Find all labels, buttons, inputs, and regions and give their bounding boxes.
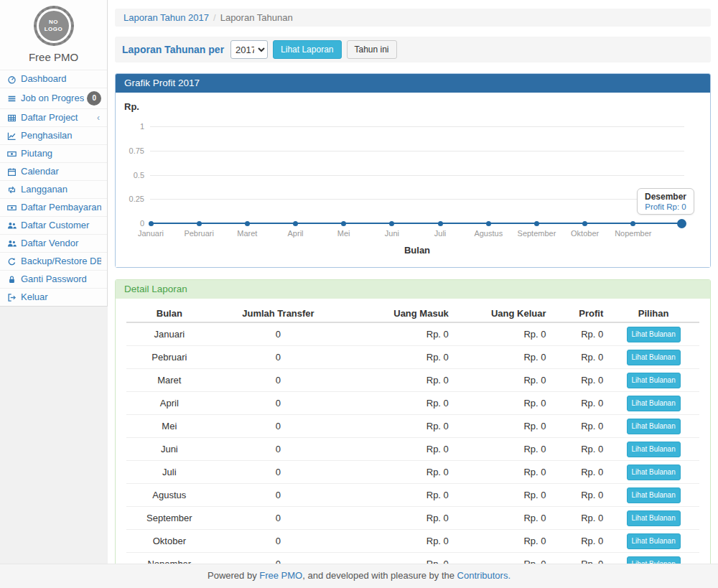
tasks-icon: [6, 94, 18, 103]
report-table-header-row: BulanJumlah TransferUang MasukUang Kelua…: [126, 304, 699, 322]
chart-y-tick-label: 1: [118, 122, 144, 131]
view-monthly-button[interactable]: Lihat Bulanan: [627, 350, 681, 365]
sidebar-item-label: Calendar: [21, 166, 101, 177]
sidebar-item-daftar-vendor[interactable]: Daftar Vendor: [0, 234, 107, 252]
cell-profit: Rp. 0: [550, 369, 607, 392]
footer-link-contributors[interactable]: Contributors.: [457, 570, 510, 581]
cell-profit: Rp. 0: [550, 438, 607, 461]
cell-jumlah-transfer: 0: [213, 322, 345, 346]
cell-pilihan: Lihat Bulanan: [607, 392, 699, 415]
view-monthly-button[interactable]: Lihat Bulanan: [627, 373, 681, 388]
chart-data-point-oktober[interactable]: [582, 221, 587, 226]
column-header-uang-masuk: Uang Masuk: [344, 304, 453, 322]
view-monthly-button[interactable]: Lihat Bulanan: [627, 487, 681, 503]
cell-profit: Rp. 0: [550, 507, 607, 530]
cell-jumlah-transfer: 0: [213, 438, 345, 461]
view-report-button[interactable]: Lihat Laporan: [273, 40, 341, 59]
chart-data-point-desember[interactable]: [677, 219, 686, 228]
line-chart-icon: [6, 131, 18, 141]
chart-data-point-maret[interactable]: [245, 221, 250, 226]
column-header-bulan: Bulan: [126, 304, 213, 322]
money-icon: [6, 203, 18, 213]
chart-data-point-januari[interactable]: [149, 221, 154, 226]
app-logo: NO LOGO: [34, 6, 74, 46]
table-row: April0Rp. 0Rp. 0Rp. 0Lihat Bulanan: [126, 392, 699, 415]
profit-chart-panel: Grafik Profit 2017 Rp.00.250.50.751Janua…: [115, 73, 711, 268]
view-monthly-button[interactable]: Lihat Bulanan: [627, 465, 681, 480]
cell-bulan: Juli: [126, 461, 213, 484]
view-monthly-button[interactable]: Lihat Bulanan: [627, 533, 681, 549]
view-monthly-button[interactable]: Lihat Bulanan: [627, 327, 681, 342]
sidebar-item-dashboard[interactable]: Dashboard: [0, 70, 107, 88]
table-row: September0Rp. 0Rp. 0Rp. 0Lihat Bulanan: [126, 507, 699, 530]
chart-data-point-september[interactable]: [534, 221, 539, 226]
table-row: Juli0Rp. 0Rp. 0Rp. 0Lihat Bulanan: [126, 461, 699, 484]
lock-icon: [6, 275, 18, 284]
cell-profit: Rp. 0: [550, 346, 607, 369]
chart-data-point-juni[interactable]: [389, 221, 394, 226]
view-monthly-button[interactable]: Lihat Bulanan: [627, 442, 681, 457]
sidebar-item-daftar-customer[interactable]: Daftar Customer: [0, 216, 107, 234]
sidebar-item-job-on-progress[interactable]: Job on Progress0: [0, 88, 107, 108]
chart-y-tick-label: 0.5: [118, 171, 144, 179]
breadcrumb-link-laporan-tahun[interactable]: Laporan Tahun 2017: [123, 12, 209, 23]
chart-gridline: [150, 151, 684, 151]
cell-uang-keluar: Rp. 0: [453, 484, 551, 507]
logo-text: NO LOGO: [44, 19, 64, 33]
chart-data-point-juli[interactable]: [438, 221, 443, 226]
retweet-icon: [6, 185, 18, 195]
sidebar-item-label: Piutang: [21, 148, 101, 159]
cell-uang-keluar: Rp. 0: [453, 553, 551, 564]
view-monthly-button[interactable]: Lihat Bulanan: [627, 510, 681, 526]
view-monthly-button[interactable]: Lihat Bulanan: [627, 396, 681, 411]
sidebar-item-label: Ganti Password: [21, 274, 101, 285]
chart-x-tick-label: Maret: [222, 229, 272, 238]
users-icon: [6, 221, 18, 230]
cell-jumlah-transfer: 0: [213, 346, 345, 369]
sidebar-item-piutang[interactable]: Piutang: [0, 144, 107, 162]
chart-x-tick-label: April: [271, 229, 321, 238]
sidebar-item-daftar-project[interactable]: Daftar Project‹: [0, 108, 107, 126]
chart-tooltip: DesemberProfit Rp: 0: [637, 188, 694, 215]
sidebar-item-penghasilan[interactable]: Penghasilan: [0, 126, 107, 144]
sidebar-item-label: Langganan: [21, 184, 101, 195]
table-row: Maret0Rp. 0Rp. 0Rp. 0Lihat Bulanan: [126, 369, 699, 392]
chart-data-point-april[interactable]: [293, 221, 298, 226]
chart-gridline: [150, 199, 684, 200]
sidebar-item-backup-restore-db[interactable]: Backup/Restore DB: [0, 252, 107, 270]
view-monthly-button[interactable]: Lihat Bulanan: [627, 419, 681, 434]
chart-data-point-pebruari[interactable]: [197, 221, 202, 226]
breadcrumb: Laporan Tahun 2017/Laporan Tahunan: [115, 9, 711, 27]
view-monthly-button[interactable]: Lihat Bulanan: [627, 556, 681, 564]
cell-bulan: April: [126, 392, 213, 415]
chart-data-point-mei[interactable]: [341, 221, 346, 226]
logo-block: NO LOGO Free PMO: [0, 0, 107, 70]
table-row: Juni0Rp. 0Rp. 0Rp. 0Lihat Bulanan: [126, 438, 699, 461]
chart-data-point-agustus[interactable]: [486, 221, 491, 226]
cell-profit: Rp. 0: [550, 392, 607, 415]
table-row: Agustus0Rp. 0Rp. 0Rp. 0Lihat Bulanan: [126, 484, 699, 507]
cell-pilihan: Lihat Bulanan: [607, 507, 699, 530]
cell-uang-keluar: Rp. 0: [453, 392, 551, 415]
sidebar-item-keluar[interactable]: Keluar: [0, 288, 107, 306]
sidebar-item-daftar-pembayaran[interactable]: Daftar Pembayaran: [0, 198, 107, 216]
chart-series-line: [151, 223, 681, 224]
cell-uang-masuk: Rp. 0: [344, 415, 453, 438]
chart-x-axis-title: Bulan: [150, 245, 684, 256]
this-year-button[interactable]: Tahun ini: [347, 40, 397, 59]
year-select[interactable]: 2017: [230, 40, 268, 59]
chart-x-tick-label: September: [511, 229, 561, 238]
sidebar-item-calendar[interactable]: Calendar: [0, 162, 107, 180]
cell-bulan: Agustus: [126, 484, 213, 507]
chart-data-point-nopember[interactable]: [630, 221, 635, 226]
sidebar-item-langganan[interactable]: Langganan: [0, 180, 107, 198]
sidebar-nav: DashboardJob on Progress0Daftar Project‹…: [0, 70, 107, 306]
cell-uang-masuk: Rp. 0: [344, 322, 453, 346]
cell-pilihan: Lihat Bulanan: [607, 438, 699, 461]
cell-uang-masuk: Rp. 0: [344, 530, 453, 553]
footer-link-free-pmo[interactable]: Free PMO: [259, 570, 302, 581]
chart-tooltip-title: Desember: [645, 192, 686, 202]
calendar-icon: [6, 167, 18, 177]
chart-x-tick-label: Pebruari: [174, 229, 224, 238]
sidebar-item-ganti-password[interactable]: Ganti Password: [0, 270, 107, 288]
